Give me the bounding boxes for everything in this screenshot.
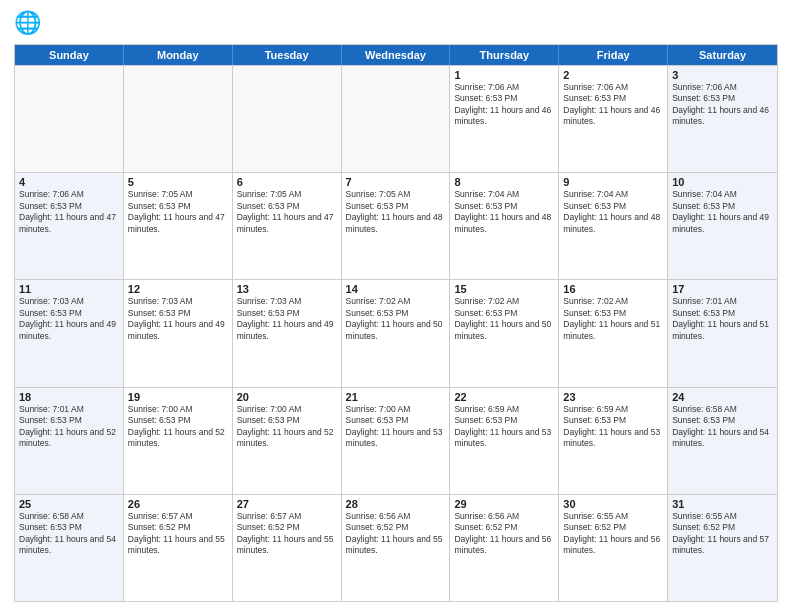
day-cell-23: 23Sunrise: 6:59 AMSunset: 6:53 PMDayligh… bbox=[559, 388, 668, 494]
day-number: 7 bbox=[346, 176, 446, 188]
day-cell-17: 17Sunrise: 7:01 AMSunset: 6:53 PMDayligh… bbox=[668, 280, 777, 386]
day-number: 12 bbox=[128, 283, 228, 295]
day-cell-25: 25Sunrise: 6:58 AMSunset: 6:53 PMDayligh… bbox=[15, 495, 124, 601]
day-cell-31: 31Sunrise: 6:55 AMSunset: 6:52 PMDayligh… bbox=[668, 495, 777, 601]
day-number: 22 bbox=[454, 391, 554, 403]
day-number: 28 bbox=[346, 498, 446, 510]
day-cell-11: 11Sunrise: 7:03 AMSunset: 6:53 PMDayligh… bbox=[15, 280, 124, 386]
day-info: Sunrise: 6:59 AMSunset: 6:53 PMDaylight:… bbox=[454, 404, 554, 450]
day-number: 5 bbox=[128, 176, 228, 188]
day-number: 4 bbox=[19, 176, 119, 188]
day-info: Sunrise: 7:03 AMSunset: 6:53 PMDaylight:… bbox=[237, 296, 337, 342]
day-cell-1: 1Sunrise: 7:06 AMSunset: 6:53 PMDaylight… bbox=[450, 66, 559, 172]
day-info: Sunrise: 7:02 AMSunset: 6:53 PMDaylight:… bbox=[454, 296, 554, 342]
empty-cell bbox=[342, 66, 451, 172]
day-number: 31 bbox=[672, 498, 773, 510]
day-info: Sunrise: 6:59 AMSunset: 6:53 PMDaylight:… bbox=[563, 404, 663, 450]
day-number: 13 bbox=[237, 283, 337, 295]
day-cell-14: 14Sunrise: 7:02 AMSunset: 6:53 PMDayligh… bbox=[342, 280, 451, 386]
header-day-monday: Monday bbox=[124, 45, 233, 65]
day-number: 17 bbox=[672, 283, 773, 295]
day-number: 1 bbox=[454, 69, 554, 81]
day-info: Sunrise: 7:02 AMSunset: 6:53 PMDaylight:… bbox=[563, 296, 663, 342]
day-info: Sunrise: 7:00 AMSunset: 6:53 PMDaylight:… bbox=[128, 404, 228, 450]
day-cell-19: 19Sunrise: 7:00 AMSunset: 6:53 PMDayligh… bbox=[124, 388, 233, 494]
day-number: 27 bbox=[237, 498, 337, 510]
day-cell-24: 24Sunrise: 6:58 AMSunset: 6:53 PMDayligh… bbox=[668, 388, 777, 494]
day-info: Sunrise: 6:58 AMSunset: 6:53 PMDaylight:… bbox=[672, 404, 773, 450]
day-info: Sunrise: 6:57 AMSunset: 6:52 PMDaylight:… bbox=[128, 511, 228, 557]
day-info: Sunrise: 7:00 AMSunset: 6:53 PMDaylight:… bbox=[346, 404, 446, 450]
day-cell-26: 26Sunrise: 6:57 AMSunset: 6:52 PMDayligh… bbox=[124, 495, 233, 601]
page: 🌐 SundayMondayTuesdayWednesdayThursdayFr… bbox=[0, 0, 792, 612]
day-info: Sunrise: 6:56 AMSunset: 6:52 PMDaylight:… bbox=[346, 511, 446, 557]
header: 🌐 bbox=[14, 10, 778, 38]
day-cell-7: 7Sunrise: 7:05 AMSunset: 6:53 PMDaylight… bbox=[342, 173, 451, 279]
header-day-friday: Friday bbox=[559, 45, 668, 65]
header-day-tuesday: Tuesday bbox=[233, 45, 342, 65]
day-number: 24 bbox=[672, 391, 773, 403]
day-cell-4: 4Sunrise: 7:06 AMSunset: 6:53 PMDaylight… bbox=[15, 173, 124, 279]
day-info: Sunrise: 7:01 AMSunset: 6:53 PMDaylight:… bbox=[672, 296, 773, 342]
day-cell-13: 13Sunrise: 7:03 AMSunset: 6:53 PMDayligh… bbox=[233, 280, 342, 386]
day-number: 14 bbox=[346, 283, 446, 295]
day-number: 19 bbox=[128, 391, 228, 403]
day-number: 3 bbox=[672, 69, 773, 81]
day-cell-18: 18Sunrise: 7:01 AMSunset: 6:53 PMDayligh… bbox=[15, 388, 124, 494]
day-number: 10 bbox=[672, 176, 773, 188]
week-row-2: 4Sunrise: 7:06 AMSunset: 6:53 PMDaylight… bbox=[15, 172, 777, 279]
day-info: Sunrise: 7:06 AMSunset: 6:53 PMDaylight:… bbox=[454, 82, 554, 128]
day-cell-15: 15Sunrise: 7:02 AMSunset: 6:53 PMDayligh… bbox=[450, 280, 559, 386]
header-day-thursday: Thursday bbox=[450, 45, 559, 65]
day-cell-16: 16Sunrise: 7:02 AMSunset: 6:53 PMDayligh… bbox=[559, 280, 668, 386]
day-cell-28: 28Sunrise: 6:56 AMSunset: 6:52 PMDayligh… bbox=[342, 495, 451, 601]
day-cell-22: 22Sunrise: 6:59 AMSunset: 6:53 PMDayligh… bbox=[450, 388, 559, 494]
week-row-3: 11Sunrise: 7:03 AMSunset: 6:53 PMDayligh… bbox=[15, 279, 777, 386]
day-info: Sunrise: 7:04 AMSunset: 6:53 PMDaylight:… bbox=[672, 189, 773, 235]
day-info: Sunrise: 6:57 AMSunset: 6:52 PMDaylight:… bbox=[237, 511, 337, 557]
day-number: 2 bbox=[563, 69, 663, 81]
day-cell-10: 10Sunrise: 7:04 AMSunset: 6:53 PMDayligh… bbox=[668, 173, 777, 279]
day-cell-21: 21Sunrise: 7:00 AMSunset: 6:53 PMDayligh… bbox=[342, 388, 451, 494]
day-info: Sunrise: 7:02 AMSunset: 6:53 PMDaylight:… bbox=[346, 296, 446, 342]
day-number: 23 bbox=[563, 391, 663, 403]
day-info: Sunrise: 6:58 AMSunset: 6:53 PMDaylight:… bbox=[19, 511, 119, 557]
week-row-5: 25Sunrise: 6:58 AMSunset: 6:53 PMDayligh… bbox=[15, 494, 777, 601]
logo: 🌐 bbox=[14, 10, 44, 38]
day-cell-30: 30Sunrise: 6:55 AMSunset: 6:52 PMDayligh… bbox=[559, 495, 668, 601]
day-number: 21 bbox=[346, 391, 446, 403]
calendar-body: 1Sunrise: 7:06 AMSunset: 6:53 PMDaylight… bbox=[15, 65, 777, 601]
day-info: Sunrise: 7:06 AMSunset: 6:53 PMDaylight:… bbox=[19, 189, 119, 235]
day-info: Sunrise: 6:55 AMSunset: 6:52 PMDaylight:… bbox=[672, 511, 773, 557]
svg-text:🌐: 🌐 bbox=[14, 10, 42, 36]
day-number: 16 bbox=[563, 283, 663, 295]
header-day-sunday: Sunday bbox=[15, 45, 124, 65]
day-cell-12: 12Sunrise: 7:03 AMSunset: 6:53 PMDayligh… bbox=[124, 280, 233, 386]
day-cell-27: 27Sunrise: 6:57 AMSunset: 6:52 PMDayligh… bbox=[233, 495, 342, 601]
day-info: Sunrise: 6:56 AMSunset: 6:52 PMDaylight:… bbox=[454, 511, 554, 557]
empty-cell bbox=[15, 66, 124, 172]
day-number: 15 bbox=[454, 283, 554, 295]
header-day-saturday: Saturday bbox=[668, 45, 777, 65]
empty-cell bbox=[233, 66, 342, 172]
week-row-4: 18Sunrise: 7:01 AMSunset: 6:53 PMDayligh… bbox=[15, 387, 777, 494]
day-number: 11 bbox=[19, 283, 119, 295]
day-info: Sunrise: 7:04 AMSunset: 6:53 PMDaylight:… bbox=[454, 189, 554, 235]
day-cell-9: 9Sunrise: 7:04 AMSunset: 6:53 PMDaylight… bbox=[559, 173, 668, 279]
day-info: Sunrise: 7:03 AMSunset: 6:53 PMDaylight:… bbox=[128, 296, 228, 342]
day-info: Sunrise: 7:03 AMSunset: 6:53 PMDaylight:… bbox=[19, 296, 119, 342]
day-info: Sunrise: 7:06 AMSunset: 6:53 PMDaylight:… bbox=[563, 82, 663, 128]
day-info: Sunrise: 7:00 AMSunset: 6:53 PMDaylight:… bbox=[237, 404, 337, 450]
day-info: Sunrise: 7:05 AMSunset: 6:53 PMDaylight:… bbox=[128, 189, 228, 235]
day-number: 6 bbox=[237, 176, 337, 188]
week-row-1: 1Sunrise: 7:06 AMSunset: 6:53 PMDaylight… bbox=[15, 65, 777, 172]
calendar: SundayMondayTuesdayWednesdayThursdayFrid… bbox=[14, 44, 778, 602]
day-number: 26 bbox=[128, 498, 228, 510]
day-info: Sunrise: 6:55 AMSunset: 6:52 PMDaylight:… bbox=[563, 511, 663, 557]
day-cell-6: 6Sunrise: 7:05 AMSunset: 6:53 PMDaylight… bbox=[233, 173, 342, 279]
day-number: 9 bbox=[563, 176, 663, 188]
day-info: Sunrise: 7:06 AMSunset: 6:53 PMDaylight:… bbox=[672, 82, 773, 128]
logo-icon: 🌐 bbox=[14, 10, 42, 38]
day-info: Sunrise: 7:05 AMSunset: 6:53 PMDaylight:… bbox=[346, 189, 446, 235]
day-info: Sunrise: 7:01 AMSunset: 6:53 PMDaylight:… bbox=[19, 404, 119, 450]
